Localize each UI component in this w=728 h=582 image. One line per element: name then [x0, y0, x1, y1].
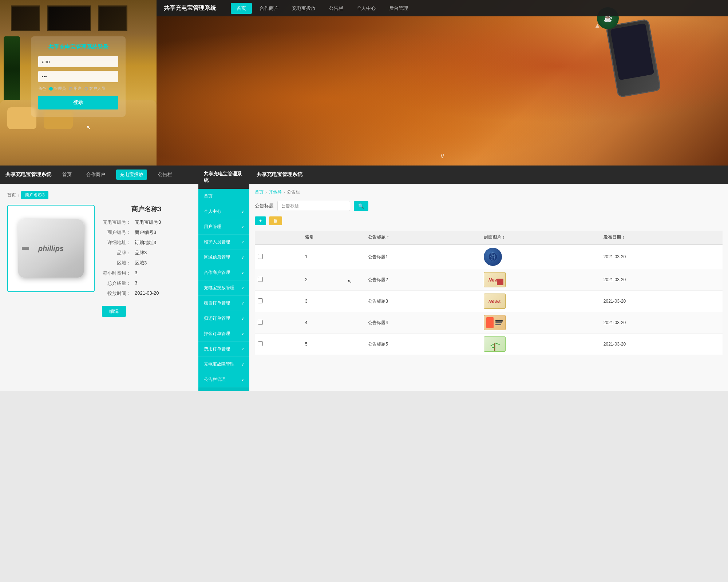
username-input[interactable] — [38, 56, 118, 67]
role-selector: 角色 管理员 用户 客户人员 — [38, 86, 118, 91]
sidebar-fee-orders[interactable]: 费用订单管理 — [198, 342, 249, 357]
merchant-detail-panel: 共享充电宝管理系统 首页 合作商户 充电宝投放 公告栏 首页 › 商户名称3 p… — [0, 166, 198, 391]
md-nav-powerbank[interactable]: 充电宝投放 — [116, 170, 147, 180]
th-thumb[interactable]: 封面图片 ↕ — [481, 231, 601, 244]
label-4: 区域： — [102, 260, 135, 266]
value-6: 3 — [135, 280, 137, 287]
hero-banner: ☕ ▲ 共享充电宝管理系统 首页 合作商户 充电宝投放 公告栏 个人中心 后台管… — [157, 0, 728, 166]
th-checkbox — [255, 231, 302, 244]
row-checkbox-5[interactable] — [258, 341, 263, 346]
label-1: 商户编号： — [102, 229, 135, 236]
row-checkbox-3[interactable] — [258, 298, 263, 303]
row-checkbox-1[interactable] — [258, 254, 263, 259]
row-date-3: 2021-03-20 — [601, 291, 723, 312]
breadcrumb-sep2: › — [284, 190, 285, 195]
plant-left — [4, 36, 20, 102]
nav-profile[interactable]: 个人中心 — [351, 3, 381, 14]
md-nav-merchants[interactable]: 合作商户 — [83, 170, 109, 180]
wall-frame-2 — [47, 5, 91, 31]
label-3: 品牌： — [102, 250, 135, 256]
sidebar-return-orders[interactable]: 归还订单管理 — [198, 311, 249, 326]
table-row: 1 公告标题1 2021-03-20 — [255, 244, 723, 269]
wall-frame-1 — [11, 5, 40, 31]
th-date[interactable]: 发布日期 ↕ — [601, 231, 723, 244]
row-title-1: 公告标题1 — [365, 244, 481, 269]
label-7: 投放时间： — [102, 290, 135, 297]
role-user-label: 用户 — [74, 86, 82, 91]
delete-button[interactable]: 🗑 — [269, 216, 282, 225]
role-customer-label: 客户人员 — [89, 86, 105, 91]
sidebar-users[interactable]: 用户管理 — [198, 219, 249, 235]
sidebar-powerbank-deploy[interactable]: 充电宝投放管理 — [198, 280, 249, 296]
announcement-header: 共享充电宝管理系统 — [249, 166, 728, 184]
sidebar-profile[interactable]: 个人中心 — [198, 204, 249, 219]
row-date-2: 2021-03-20 — [601, 269, 723, 291]
md-nav-announcement[interactable]: 公告栏 — [154, 170, 176, 180]
login-title: 共享充电宝管理系统登录 — [38, 44, 118, 51]
sidebar-announcement-sub[interactable]: 公告栏 — [198, 387, 249, 391]
password-input[interactable] — [38, 71, 118, 82]
row-thumb-3: News — [484, 294, 506, 309]
value-2: 订购地址3 — [135, 239, 156, 246]
merchant-name: 商户名称3 — [102, 205, 191, 214]
breadcrumb-current: 商户名称3 — [21, 191, 48, 199]
breadcrumb-home-link[interactable]: 首页 — [255, 189, 264, 195]
row-title-4: 公告标题4 — [365, 312, 481, 334]
row-checkbox-4[interactable] — [258, 320, 263, 325]
md-nav-home[interactable]: 首页 — [59, 170, 75, 180]
search-input[interactable] — [277, 201, 350, 211]
merchant-info: 商户名称3 充电宝编号： 充电宝编号3 商户编号： 商户编号3 详细地址： 订购… — [102, 205, 191, 317]
add-button[interactable]: + — [255, 216, 266, 225]
info-row-3: 品牌： 品牌3 — [102, 250, 191, 256]
row-date-5: 2021-03-20 — [601, 334, 723, 355]
announcement-panel: 共享充电宝管理系统 首页 › 其他导 › 公告栏 公告标题 🔍 + 🗑 索引 — [249, 166, 728, 391]
nav-announcement[interactable]: 公告栏 — [323, 3, 349, 14]
info-row-6: 总介绍量： 3 — [102, 280, 191, 287]
sidebar-merchants[interactable]: 合作商户管理 — [198, 265, 249, 280]
row-thumb-5 — [484, 336, 506, 352]
role-customer[interactable]: 客户人员 — [84, 86, 105, 91]
nav-powerbank[interactable]: 充电宝投放 — [286, 3, 321, 14]
value-7: 2021-03-20 — [135, 290, 159, 297]
nav-admin[interactable]: 后台管理 — [383, 3, 414, 14]
th-index: 索引 — [302, 231, 365, 244]
merchant-breadcrumb: 首页 › 商户名称3 — [7, 191, 191, 199]
info-row-7: 投放时间： 2021-03-20 — [102, 290, 191, 297]
wall-frame-3 — [98, 5, 127, 31]
breadcrumb-mid-link[interactable]: 其他导 — [269, 189, 282, 195]
sidebar-announcement-mgmt[interactable]: 公告栏管理 — [198, 372, 249, 387]
role-admin[interactable]: 管理员 — [49, 86, 66, 91]
table-row: 5 公告标题5 2021-03-20 — [255, 334, 723, 355]
info-row-2: 详细地址： 订购地址3 — [102, 239, 191, 246]
label-6: 总介绍量： — [102, 280, 135, 287]
row-index-5: 5 — [302, 334, 365, 355]
row-title-2: 公告标题2 — [365, 269, 481, 291]
merchant-main: phillips 商户名称3 充电宝编号： 充电宝编号3 商户编号： 商户编号3… — [7, 205, 191, 317]
sidebar-deposit-orders[interactable]: 押金订单管理 — [198, 326, 249, 342]
breadcrumb-home[interactable]: 首页 — [7, 192, 16, 198]
value-1: 商户编号3 — [135, 229, 156, 236]
row-checkbox-2[interactable] — [258, 277, 263, 282]
value-4: 区域3 — [135, 260, 147, 266]
edit-button[interactable]: 编辑 — [102, 306, 126, 317]
search-button[interactable]: 🔍 — [354, 201, 368, 211]
sidebar-lease-orders[interactable]: 租赁订单管理 — [198, 296, 249, 311]
table-row: 3 公告标题3 News 2021-03-20 — [255, 291, 723, 312]
login-panel: 共享充电宝管理系统登录 角色 管理员 用户 客户人员 登录 ↖ — [0, 0, 157, 166]
scroll-up-arrow[interactable]: ▲ — [594, 22, 601, 29]
row-date-4: 2021-03-20 — [601, 312, 723, 334]
th-title[interactable]: 公告标题 ↕ — [365, 231, 481, 244]
sidebar-staff[interactable]: 维护人员管理 — [198, 235, 249, 250]
nav-home[interactable]: 首页 — [231, 3, 252, 14]
merchant-content: 首页 › 商户名称3 phillips 商户名称3 充电宝编号： 充电宝编号3 … — [0, 184, 198, 324]
sidebar-home[interactable]: 首页 — [198, 189, 249, 204]
login-button[interactable]: 登录 — [38, 96, 118, 109]
row-index-1: 1 — [302, 244, 365, 269]
row-thumb-2: News — [484, 272, 506, 287]
announcement-table: 索引 公告标题 ↕ 封面图片 ↕ 发布日期 ↕ 1 公告标题1 — [255, 231, 723, 355]
nav-merchants[interactable]: 合作商户 — [254, 3, 284, 14]
role-user[interactable]: 用户 — [69, 86, 82, 91]
scroll-down-chevron[interactable]: ∨ — [440, 151, 445, 160]
sidebar-fault-mgmt[interactable]: 充电宝故障管理 — [198, 357, 249, 372]
sidebar-regions[interactable]: 区域信息管理 — [198, 250, 249, 265]
